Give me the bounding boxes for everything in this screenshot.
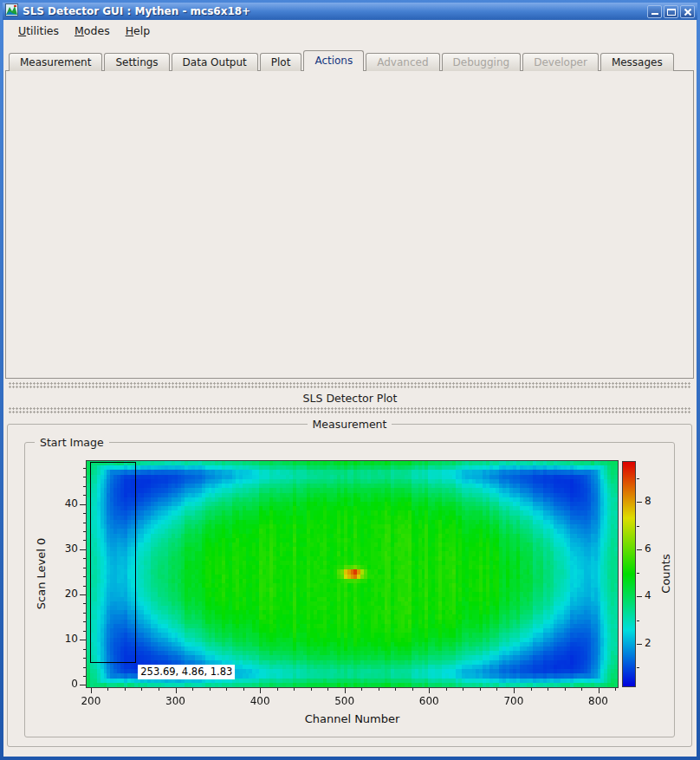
x-axis-minor-tick	[615, 688, 616, 691]
x-axis-minor-tick	[531, 688, 532, 691]
y-axis-minor-tick	[83, 613, 86, 614]
x-axis-tick	[514, 688, 515, 693]
close-button[interactable]	[680, 5, 695, 18]
tab-settings[interactable]: Settings	[104, 53, 169, 71]
x-axis-tick-label: 700	[492, 695, 535, 707]
y-axis-minor-tick	[83, 558, 86, 559]
y-axis-minor-tick	[83, 568, 86, 568]
splitter-handle[interactable]	[9, 407, 691, 413]
colorbar-tick	[637, 596, 642, 597]
zoom-selection-rect	[90, 462, 136, 664]
x-axis-tick	[429, 688, 430, 693]
x-axis-minor-tick	[243, 688, 244, 691]
tab-debugging[interactable]: Debugging	[442, 53, 522, 71]
maximize-icon	[667, 9, 676, 16]
menu-utilities[interactable]: Utilities	[10, 23, 67, 39]
x-axis-tick-label: 600	[407, 695, 450, 707]
window-title: SLS Detector GUI : Mythen - mcs6x18+	[23, 5, 645, 17]
y-axis-minor-tick	[83, 631, 86, 632]
tab-data-output[interactable]: Data Output	[172, 53, 258, 71]
x-axis-minor-tick	[107, 688, 108, 691]
x-axis-minor-tick	[226, 688, 227, 691]
x-axis-minor-tick	[141, 688, 142, 691]
menu-help[interactable]: Help	[118, 23, 159, 39]
x-axis-minor-tick	[581, 688, 582, 691]
x-axis-tick-label: 400	[238, 695, 282, 707]
menu-bar: Utilities Modes Help	[3, 21, 697, 40]
tab-bar: Measurement Settings Data Output Plot Ac…	[9, 50, 676, 71]
tab-advanced[interactable]: Advanced	[366, 53, 439, 71]
start-image-group-title: Start Image	[35, 436, 109, 449]
y-axis-minor-tick	[83, 667, 86, 668]
x-axis-tick	[260, 688, 261, 693]
x-axis-minor-tick	[159, 688, 159, 691]
tab-plot[interactable]: Plot	[260, 53, 302, 71]
measurement-group-title: Measurement	[7, 418, 692, 431]
tab-measurement[interactable]: Measurement	[9, 53, 102, 71]
x-axis-minor-tick	[463, 688, 463, 691]
x-axis-minor-tick	[565, 688, 566, 691]
x-axis-minor-tick	[379, 688, 379, 691]
x-axis-tick-label: 300	[154, 695, 198, 707]
x-axis-minor-tick	[496, 688, 497, 691]
minimize-button[interactable]	[647, 5, 662, 18]
maximize-button[interactable]	[664, 5, 678, 18]
colorbar-tick-label: 8	[645, 495, 662, 507]
x-axis-tick	[91, 688, 92, 693]
splitter-handle[interactable]	[9, 382, 691, 388]
y-axis-minor-tick	[83, 576, 86, 577]
y-axis-minor-tick	[83, 477, 86, 477]
position-tooltip: 253.69, 4.86, 1.83	[138, 665, 235, 679]
y-axis-tick-label: 20	[50, 588, 78, 600]
y-axis-tick-label: 10	[50, 633, 78, 645]
colorbar-minor-tick	[637, 526, 639, 527]
colorbar-tick	[637, 549, 642, 550]
title-bar[interactable]: SLS Detector GUI : Mythen - mcs6x18+	[3, 3, 697, 20]
tab-actions[interactable]: Actions	[303, 50, 364, 71]
x-axis-minor-tick	[548, 688, 548, 691]
heatmap-canvas[interactable]	[87, 461, 618, 687]
tab-messages[interactable]: Messages	[600, 53, 674, 71]
colorbar-tick-label: 2	[645, 637, 662, 649]
minimize-icon	[651, 13, 658, 15]
colorbar-tick-label: 6	[645, 542, 662, 555]
y-axis-tick	[80, 594, 86, 595]
x-axis-tick	[599, 688, 600, 693]
y-axis-tick-label: 0	[50, 678, 78, 690]
y-axis-minor-tick	[83, 621, 86, 622]
colorbar-tick	[637, 502, 642, 503]
y-axis-tick	[80, 549, 86, 550]
x-axis-minor-tick	[480, 688, 481, 691]
x-axis-tick	[345, 688, 346, 693]
colorbar-tick	[637, 644, 642, 645]
y-axis-tick-label: 40	[50, 497, 78, 510]
x-axis-tick-label: 800	[577, 695, 620, 707]
y-axis-tick-label: 30	[50, 542, 78, 555]
x-axis-minor-tick	[294, 688, 295, 691]
y-axis-minor-tick	[83, 649, 86, 650]
menu-modes[interactable]: Modes	[67, 23, 118, 39]
x-axis-minor-tick	[125, 688, 126, 691]
y-axis-tick	[80, 685, 86, 685]
x-axis-minor-tick	[446, 688, 447, 691]
y-axis-minor-tick	[83, 676, 86, 677]
x-axis-minor-tick	[311, 688, 312, 691]
x-axis-minor-tick	[277, 688, 278, 691]
y-axis-minor-tick	[83, 468, 86, 469]
y-axis-minor-tick	[83, 486, 86, 487]
y-axis-minor-tick	[83, 603, 86, 604]
y-axis-minor-tick	[83, 523, 86, 523]
actions-tab-panel	[5, 70, 694, 379]
y-axis-tick	[80, 504, 86, 505]
y-axis-minor-tick	[83, 495, 86, 496]
tab-developer[interactable]: Developer	[522, 53, 599, 71]
x-axis-tick-label: 200	[69, 695, 113, 707]
colorbar-tick-label: 4	[645, 589, 662, 601]
x-axis-minor-tick	[361, 688, 362, 691]
x-axis-minor-tick	[327, 688, 328, 691]
colorbar-title: Counts	[659, 554, 672, 593]
x-axis-minor-tick	[192, 688, 193, 691]
y-axis-tick	[80, 640, 86, 640]
app-window: SLS Detector GUI : Mythen - mcs6x18+ Uti…	[0, 0, 700, 760]
x-axis-tick	[176, 688, 177, 693]
